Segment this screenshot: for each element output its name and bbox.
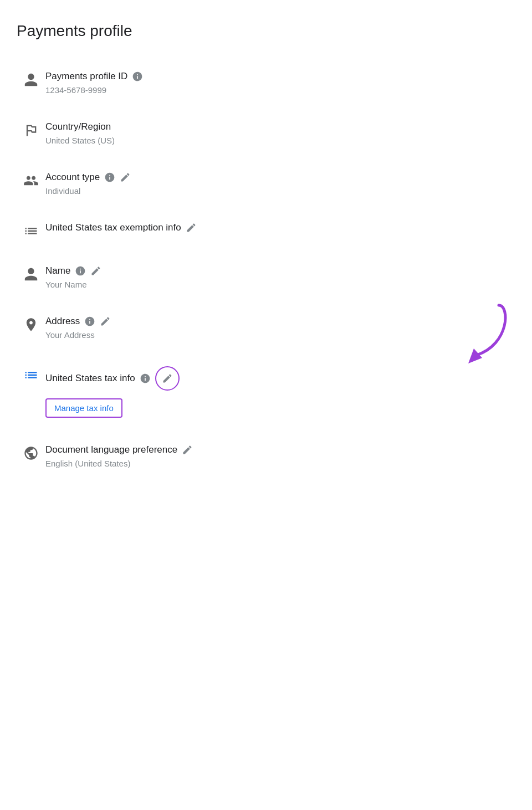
- tax-exemption-edit-button[interactable]: [186, 222, 197, 233]
- name-edit-button[interactable]: [90, 265, 101, 276]
- profile-id-info-button[interactable]: [132, 71, 143, 82]
- list-icon: [17, 222, 45, 239]
- account-type-content: Account type Individual: [45, 172, 515, 196]
- address-item: Address Your Address: [17, 305, 515, 351]
- document-language-label: Document language preference: [45, 444, 177, 455]
- tax-exemption-label: United States tax exemption info: [45, 222, 181, 233]
- address-info-button[interactable]: [84, 316, 95, 327]
- us-tax-info-edit-button[interactable]: [155, 366, 180, 391]
- account-type-label: Account type: [45, 172, 100, 183]
- tax-exemption-item: United States tax exemption info: [17, 211, 515, 250]
- document-language-content: Document language preference English (Un…: [45, 444, 515, 468]
- profile-id-label: Payments profile ID: [45, 71, 127, 82]
- document-language-item: Document language preference English (Un…: [17, 433, 515, 479]
- flag-icon: [17, 121, 45, 138]
- us-tax-info-label: United States tax info: [45, 373, 135, 384]
- name-content: Name Your Name: [45, 265, 515, 289]
- profile-id-item: Payments profile ID 1234-5678-9999: [17, 60, 515, 106]
- profile-id-value: 1234-5678-9999: [45, 85, 515, 95]
- address-edit-button[interactable]: [100, 316, 111, 327]
- document-language-value: English (United States): [45, 459, 515, 468]
- account-type-item: Account type Individual: [17, 161, 515, 207]
- manage-tax-button[interactable]: Manage tax info: [45, 398, 122, 418]
- tax-exemption-content: United States tax exemption info: [45, 222, 515, 237]
- us-tax-list-icon: [17, 366, 45, 383]
- name-value: Your Name: [45, 280, 515, 289]
- globe-icon: [17, 444, 45, 461]
- address-content: Address Your Address: [45, 316, 515, 340]
- account-type-edit-button[interactable]: [120, 172, 131, 183]
- country-region-item: Country/Region United States (US): [17, 110, 515, 156]
- person-icon: [17, 71, 45, 88]
- us-tax-info-button[interactable]: [140, 373, 151, 384]
- document-language-edit-button[interactable]: [182, 444, 193, 455]
- name-item: Name Your Name: [17, 254, 515, 300]
- address-value: Your Address: [45, 330, 515, 340]
- account-icon: [17, 172, 45, 188]
- location-icon: [17, 316, 45, 332]
- us-tax-info-content: United States tax info Manage tax info: [45, 366, 515, 418]
- account-type-info-button[interactable]: [104, 172, 115, 183]
- account-type-value: Individual: [45, 186, 515, 196]
- page-title: Payments profile: [17, 22, 515, 40]
- address-label: Address: [45, 316, 80, 327]
- country-content: Country/Region United States (US): [45, 121, 515, 145]
- country-label: Country/Region: [45, 121, 111, 132]
- us-tax-info-item: United States tax info Manage tax info: [17, 355, 515, 429]
- name-info-button[interactable]: [75, 265, 86, 276]
- country-value: United States (US): [45, 136, 515, 145]
- profile-id-content: Payments profile ID 1234-5678-9999: [45, 71, 515, 95]
- name-label: Name: [45, 265, 70, 276]
- name-person-icon: [17, 265, 45, 282]
